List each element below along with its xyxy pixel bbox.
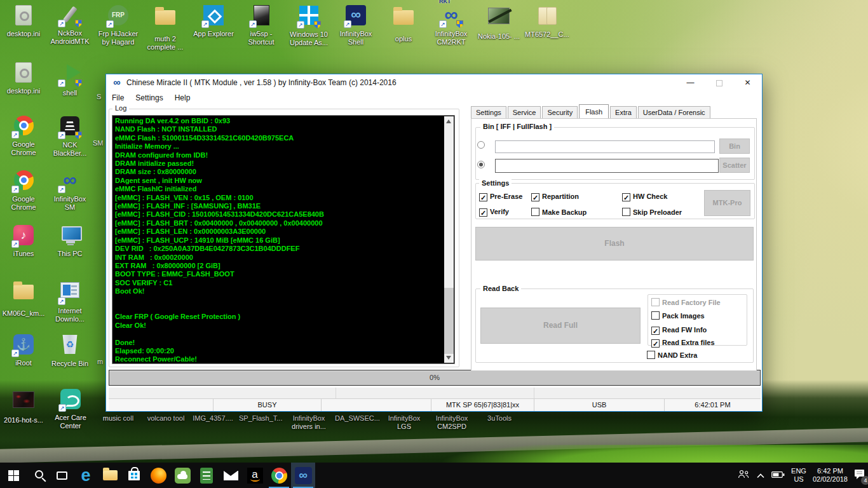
scatter-file-radio[interactable]	[477, 161, 485, 168]
desktop-icon-infinitybox-cm2rkt[interactable]: ∞RKT↗InfinityBox CM2RKT	[430, 4, 473, 46]
desktop-icon-recycle-bin[interactable]: ♻Recycle Bin	[48, 333, 92, 368]
desktop-icon-internet-downlo[interactable]: ↗Internet Downlo...	[48, 278, 92, 323]
taskbar-search-icon[interactable]	[25, 463, 50, 488]
desktop-icon-mt6572-c[interactable]: MT6572__C...	[525, 4, 568, 39]
desktop-icon-label: iRoot	[2, 359, 45, 367]
shortcut-arrow-icon: ↗	[106, 20, 114, 28]
taskbar-start-icon[interactable]	[1, 463, 25, 488]
log-line: DAgent sent , init HW now	[115, 177, 442, 185]
tab-strip: SettingsServiceSecurityFlashExtraUserDat…	[471, 104, 712, 119]
desktop-icon-google-chrome[interactable]: ↗Google Chrome	[2, 114, 45, 157]
desktop-icon-infinitybox-sm[interactable]: ∞↗InfinityBox SM	[48, 169, 92, 212]
menu-file[interactable]: File	[106, 91, 130, 105]
scroll-down-icon[interactable]	[444, 353, 454, 363]
maximize-button[interactable]	[705, 74, 733, 91]
log-output[interactable]: Running DA ver.4.2 on BBID : 0x93NAND Fl…	[112, 115, 455, 364]
uac-shield-icon	[456, 20, 463, 28]
bin-file-radio[interactable]	[477, 141, 485, 149]
desktop-icon-acer-care-center[interactable]: ↗Acer Care Center	[49, 388, 92, 430]
desktop-icon-frp-hijacker-by-hagard[interactable]: FRP↗Frp HiJacker by Hagard	[97, 4, 140, 46]
taskbar-infinity-box-icon[interactable]: ∞	[291, 463, 315, 488]
taskbar-reader-app-icon[interactable]	[194, 463, 219, 488]
desktop-icon-km06c-km[interactable]: KM06C_km...	[2, 278, 45, 318]
checkbox-hw-check[interactable]: ✓HW Check	[622, 193, 667, 201]
taskbar-file-explorer-icon[interactable]	[98, 463, 122, 488]
checkbox-pack-images[interactable]: Pack Images	[651, 311, 705, 320]
desktop-icon-google-chrome[interactable]: ↗Google Chrome	[2, 169, 45, 212]
checkbox-skip-preloader[interactable]: Skip Preloader	[622, 208, 682, 216]
desktop-icon-windows-10-update-as[interactable]: ↗Windows 10 Update As...	[287, 4, 330, 47]
desktop-icon-iroot[interactable]: ⚓↗iRoot	[2, 333, 45, 367]
log-line	[115, 296, 442, 304]
scroll-up-icon[interactable]	[444, 116, 454, 126]
tray-expand-chevron-icon[interactable]	[756, 470, 765, 481]
desktop-icon-2016-hot-s[interactable]: 2016-hot-s...	[2, 388, 45, 424]
flash-button[interactable]: Flash	[475, 227, 754, 261]
tab-extra[interactable]: Extra	[610, 106, 637, 118]
checkbox-verify[interactable]: ✓Verify	[479, 208, 509, 217]
log-line: INT RAM : 0x00020000	[115, 254, 442, 262]
checkbox-repartition[interactable]: ✓Repartition	[531, 193, 579, 201]
desktop-icon-label: desktop.ini	[2, 30, 45, 38]
checkbox-nand-extra[interactable]: NAND Extra	[647, 351, 697, 359]
notification-center-icon[interactable]: 4	[854, 469, 865, 482]
read-full-button[interactable]: Read Full	[480, 308, 641, 344]
desktop-icon-muth-2-complete[interactable]: muth 2 complete ...	[144, 4, 187, 51]
checkbox-read-factory-file[interactable]: Read Factory File	[651, 298, 721, 306]
taskbar-task-view-icon[interactable]	[50, 463, 74, 488]
scatter-file-input[interactable]	[495, 159, 719, 173]
checkbox-read-fw-info[interactable]: ✓Read FW Info	[651, 326, 707, 335]
tab-service[interactable]: Service	[508, 106, 541, 118]
desktop-icon-itunes[interactable]: ♪↗iTunes	[2, 224, 45, 258]
scrollbar-thumb[interactable]	[444, 288, 454, 354]
desktop-icon-shell[interactable]: ↗shell	[48, 61, 92, 97]
people-icon[interactable]	[738, 470, 750, 482]
desktop-icon-oplus[interactable]: oplus	[382, 4, 425, 43]
mtk-pro-button[interactable]: MTK-Pro	[704, 190, 750, 216]
desktop-icon-nck-blackber[interactable]: ↗NCK BlackBer...	[48, 114, 92, 158]
ini-icon	[11, 5, 36, 28]
shortcut-arrow-icon: ↗	[11, 349, 19, 357]
taskbar-firefox-icon[interactable]	[146, 463, 170, 488]
tab-settings[interactable]: Settings	[471, 106, 506, 118]
taskbar-chrome-icon[interactable]	[267, 463, 291, 488]
menu-settings[interactable]: Settings	[130, 91, 168, 105]
desktop-icon-nokia-105[interactable]: Nokia-105- ...	[477, 4, 520, 41]
checkbox-make-backup[interactable]: Make Backup	[531, 208, 587, 216]
desktop-icon-this-pc[interactable]: This PC	[48, 224, 92, 258]
log-scrollbar[interactable]	[444, 116, 454, 363]
tab-security[interactable]: Security	[542, 106, 578, 118]
desktop-icon-desktop-ini[interactable]: desktop.ini	[2, 4, 45, 38]
tab-flash[interactable]: Flash	[579, 104, 609, 118]
desktop-icon-label: MT6572__C...	[525, 30, 568, 39]
checkbox-read-extra-files[interactable]: ✓Read Extra files	[651, 339, 715, 348]
close-button[interactable]: ✕	[733, 74, 762, 91]
desktop-icon-iw5sp-shortcut[interactable]: ↗iw5sp - Shortcut	[240, 4, 283, 46]
taskbar-cloud-app-icon[interactable]	[170, 463, 194, 488]
checkbox-pre-erase[interactable]: ✓Pre-Erase	[479, 193, 522, 201]
photo-green-icon	[487, 8, 511, 30]
tab-userdata-forensic[interactable]: UserData / Forensic	[638, 106, 710, 118]
checkbox-label: Skip Preloader	[633, 208, 682, 216]
desktop-icon-desktop-ini[interactable]: desktop.ini	[2, 61, 45, 95]
language-indicator[interactable]: ENG US	[791, 467, 806, 484]
taskbar-amazon-icon[interactable]: a	[243, 463, 267, 488]
menu-help[interactable]: Help	[169, 91, 196, 105]
bin-button[interactable]: Bin	[719, 139, 750, 154]
chrome-icon: ↗	[11, 116, 36, 139]
wallpaper-grass	[394, 445, 868, 463]
clock[interactable]: 6:42 PM 02/02/2018	[813, 467, 848, 484]
log-line: [eMMC] : FLASH_CID : 150100514531334D420…	[115, 210, 442, 219]
scatter-button[interactable]: Scatter	[719, 158, 750, 173]
battery-icon[interactable]	[771, 470, 785, 481]
taskbar-store-icon[interactable]	[122, 463, 146, 488]
desktop-icon-app-explorer[interactable]: ↗App Explorer	[192, 4, 235, 38]
desktop-icon-label: DA_SWSEC...	[335, 414, 378, 423]
bin-file-input[interactable]	[495, 140, 715, 153]
desktop-icon-nckbox-androidmtk[interactable]: ↗NckBox AndroidMTK	[48, 4, 92, 46]
taskbar-mail-icon[interactable]	[219, 463, 243, 488]
taskbar-edge-icon[interactable]: e	[74, 463, 98, 488]
title-bar[interactable]: ∞ Chinese Miracle II ( MTK Module , ver …	[106, 74, 762, 91]
desktop-icon-infinitybox-shell[interactable]: ∞↗InfinityBox Shell	[334, 4, 377, 46]
minimize-button[interactable]: —	[676, 74, 705, 91]
